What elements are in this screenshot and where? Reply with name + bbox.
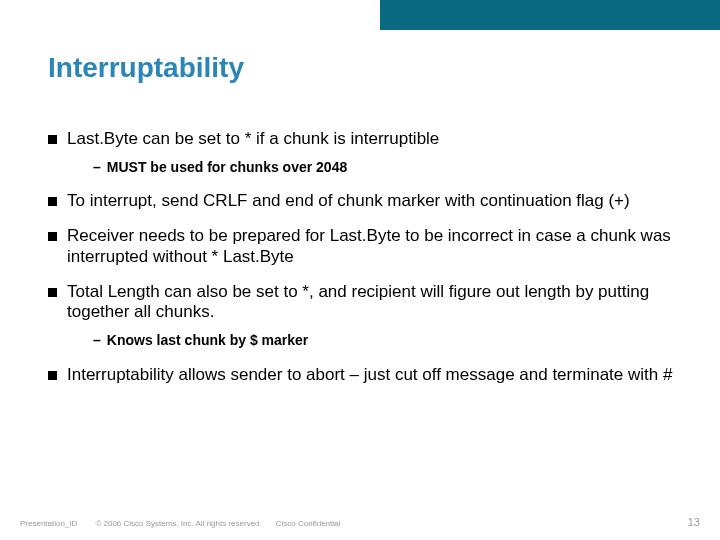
bullet-text: Interruptability allows sender to abort …	[67, 365, 672, 386]
bullet-item: Receiver needs to be prepared for Last.B…	[48, 226, 680, 267]
confidential-text: Cisco Confidential	[276, 519, 340, 528]
dash-icon: –	[93, 158, 101, 178]
copyright-text: © 2006 Cisco Systems, Inc. All rights re…	[95, 519, 261, 528]
sub-bullet-item: – Knows last chunk by $ marker	[93, 331, 680, 351]
bullet-text: Total Length can also be set to *, and r…	[67, 282, 680, 323]
bullet-item: Total Length can also be set to *, and r…	[48, 282, 680, 323]
square-bullet-icon	[48, 135, 57, 144]
slide-body: Last.Byte can be set to * if a chunk is …	[48, 115, 680, 385]
square-bullet-icon	[48, 232, 57, 241]
bullet-item: To interrupt, send CRLF and end of chunk…	[48, 191, 680, 212]
slide-footer: Presentation_ID © 2006 Cisco Systems, In…	[20, 519, 700, 528]
slide: Interruptability Last.Byte can be set to…	[0, 0, 720, 540]
square-bullet-icon	[48, 288, 57, 297]
header-accent-bar	[380, 0, 720, 30]
bullet-item: Interruptability allows sender to abort …	[48, 365, 680, 386]
slide-title: Interruptability	[48, 52, 244, 84]
square-bullet-icon	[48, 197, 57, 206]
bullet-text: To interrupt, send CRLF and end of chunk…	[67, 191, 630, 212]
sub-bullet-text: Knows last chunk by $ marker	[107, 331, 309, 351]
bullet-text: Receiver needs to be prepared for Last.B…	[67, 226, 680, 267]
page-number: 13	[688, 516, 700, 528]
dash-icon: –	[93, 331, 101, 351]
bullet-text: Last.Byte can be set to * if a chunk is …	[67, 129, 439, 150]
sub-bullet-text: MUST be used for chunks over 2048	[107, 158, 347, 178]
sub-bullet-item: – MUST be used for chunks over 2048	[93, 158, 680, 178]
bullet-item: Last.Byte can be set to * if a chunk is …	[48, 129, 680, 150]
presentation-id: Presentation_ID	[20, 519, 77, 528]
square-bullet-icon	[48, 371, 57, 380]
